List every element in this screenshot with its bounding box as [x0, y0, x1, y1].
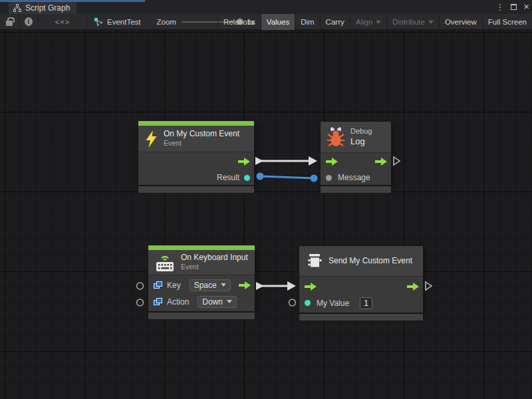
- node-footer: [299, 314, 423, 321]
- enum-icon: [154, 281, 162, 289]
- event-accent-strip: [138, 121, 254, 126]
- control-output-port[interactable]: [239, 281, 251, 289]
- full-screen-button[interactable]: Full Screen: [483, 14, 532, 30]
- enum-icon: [154, 298, 162, 306]
- node-send-my-custom-event[interactable]: Send My Custom Event My Value 1: [299, 246, 423, 321]
- node-title: On My Custom Event: [164, 129, 239, 139]
- lightning-bolt-icon: [145, 130, 158, 148]
- title-bar: Script Graph ⋮ ×: [0, 0, 532, 14]
- lock-button[interactable]: [0, 14, 19, 29]
- info-icon: i: [25, 17, 33, 26]
- bug-icon: [327, 127, 344, 147]
- distribute-dropdown[interactable]: Distribute: [387, 14, 439, 30]
- relations-button[interactable]: Relations: [218, 14, 261, 30]
- control-output-port[interactable]: [375, 158, 387, 166]
- align-dropdown[interactable]: Align: [350, 14, 387, 30]
- carry-button[interactable]: Carry: [321, 14, 350, 30]
- port-label-my-value: My Value: [317, 299, 349, 308]
- node-footer: [148, 313, 255, 319]
- maximize-icon[interactable]: [511, 4, 517, 10]
- node-on-my-custom-event[interactable]: On My Custom Event Event Result: [138, 121, 254, 193]
- value-output-port[interactable]: [244, 175, 250, 181]
- event-accent-strip: [148, 245, 255, 250]
- value-input-port[interactable]: [326, 175, 332, 181]
- code-icon: <×>: [55, 18, 70, 26]
- custom-event-icon: [306, 253, 323, 270]
- graph-hierarchy-icon: [13, 4, 21, 12]
- node-title: Send My Custom Event: [329, 256, 412, 266]
- control-input-port[interactable]: [305, 283, 317, 291]
- node-title: On Keyboard Input: [181, 253, 248, 263]
- graph-canvas[interactable]: [0, 30, 532, 399]
- keyboard-icon: [155, 253, 175, 272]
- node-debug-log[interactable]: Debug Log Message: [321, 122, 391, 193]
- chevron-down-icon: [221, 283, 226, 287]
- breadcrumb[interactable]: EventTest: [87, 14, 148, 29]
- node-title: Log: [350, 136, 372, 147]
- port-label-message: Message: [338, 173, 370, 182]
- node-footer: [138, 186, 254, 193]
- control-input-port[interactable]: [326, 158, 338, 166]
- graph-name: EventTest: [107, 18, 141, 26]
- node-on-keyboard-input[interactable]: On Keyboard Input Event Key Space: [148, 245, 255, 319]
- control-output-port[interactable]: [407, 283, 419, 291]
- action-dropdown-value: Down: [202, 297, 223, 307]
- port-label-action: Action: [167, 297, 189, 307]
- tab-script-graph[interactable]: Script Graph: [9, 2, 76, 14]
- port-label-result: Result: [217, 173, 239, 182]
- value-input-port[interactable]: [305, 300, 311, 306]
- node-subtitle: Event: [164, 139, 239, 148]
- close-icon[interactable]: ×: [523, 1, 529, 11]
- dim-button[interactable]: Dim: [295, 14, 319, 30]
- action-dropdown[interactable]: Down: [198, 296, 237, 308]
- script-graph-window: Script Graph ⋮ × i <×> EventTe: [0, 0, 532, 399]
- my-value-input[interactable]: 1: [360, 297, 372, 309]
- chevron-down-icon: [376, 21, 381, 24]
- align-label: Align: [356, 18, 373, 26]
- node-footer: [321, 186, 391, 193]
- window-menu-icon[interactable]: ⋮: [495, 3, 504, 11]
- tab-title: Script Graph: [25, 3, 70, 13]
- node-category: Debug: [350, 127, 372, 136]
- lock-icon: [6, 21, 13, 26]
- overview-button[interactable]: Overview: [440, 14, 482, 30]
- chevron-down-icon: [227, 300, 232, 303]
- graph-toolbar: i <×> EventTest Zoom 1x Relations: [0, 14, 532, 30]
- inspect-button[interactable]: i: [19, 14, 38, 29]
- chevron-down-icon: [428, 21, 434, 24]
- zoom-label: Zoom: [157, 18, 176, 26]
- distribute-label: Distribute: [392, 18, 425, 26]
- node-subtitle: Event: [181, 263, 248, 271]
- values-button[interactable]: Values: [261, 14, 295, 30]
- control-output-port[interactable]: [238, 158, 250, 166]
- port-label-key: Key: [167, 281, 181, 290]
- key-dropdown-value: Space: [194, 281, 217, 290]
- graph-breadcrumb-icon: [94, 17, 103, 26]
- key-dropdown[interactable]: Space: [190, 279, 231, 291]
- csharp-preview-button[interactable]: <×>: [39, 14, 86, 29]
